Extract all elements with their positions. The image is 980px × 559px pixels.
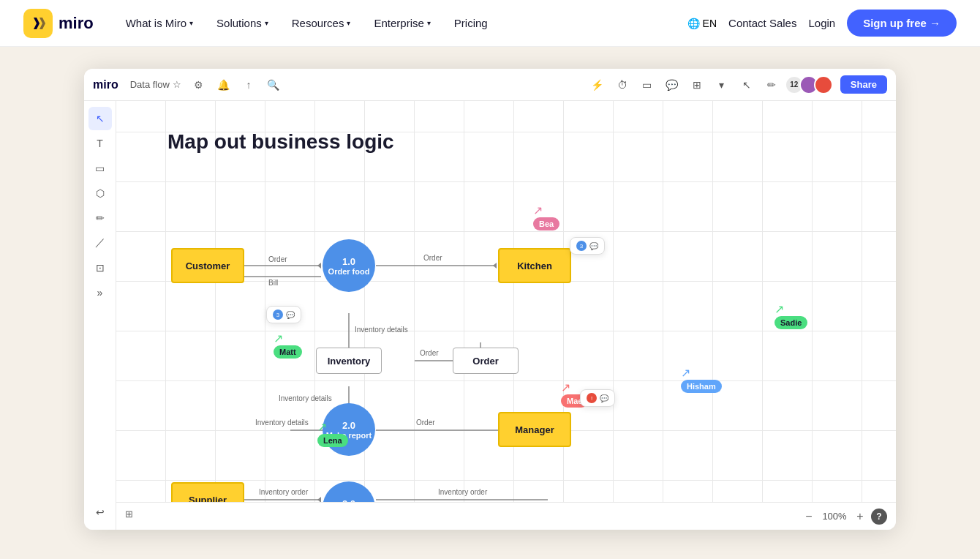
comment-icon[interactable]: 💬	[662, 75, 682, 95]
text-tool[interactable]: T	[88, 132, 112, 155]
diagram-container: Map out business logic Order Bill Order	[160, 116, 862, 511]
globe-icon: 🌐	[687, 18, 700, 29]
zoom-in-button[interactable]: +	[852, 509, 868, 525]
language-selector[interactable]: 🌐 EN	[687, 18, 717, 29]
zoom-level: 100%	[820, 511, 849, 522]
chat-bubble-1: 3 💬	[570, 237, 605, 255]
undo-tool[interactable]: ↩	[88, 500, 112, 524]
order-food-circle[interactable]: 1.0 Order food	[323, 239, 375, 292]
main-area: miro Data flow ☆ ⚙ 🔔 ↑ 🔍 ⚡ ⏱ ▭ 💬 ⊞ ▾ ↖ ✏	[0, 47, 980, 559]
zoom-controls: − 100% + ?	[801, 509, 887, 525]
avatar-2	[814, 75, 833, 94]
line-tool[interactable]: ／	[88, 231, 112, 255]
logo-text: miro	[59, 14, 94, 33]
whiteboard-canvas[interactable]: Map out business logic Order Bill Order	[116, 101, 896, 530]
cursor-lena: ↗ Lena	[317, 420, 327, 434]
present-icon[interactable]: ▭	[637, 75, 657, 95]
whiteboard-frame: miro Data flow ☆ ⚙ 🔔 ↑ 🔍 ⚡ ⏱ ▭ 💬 ⊞ ▾ ↖ ✏	[84, 69, 896, 530]
chevron-down-icon: ▾	[189, 19, 193, 27]
more-tools[interactable]: »	[88, 281, 112, 304]
kitchen-box[interactable]: Kitchen	[498, 248, 571, 283]
svg-text:Order: Order	[268, 255, 287, 263]
logo-icon	[23, 9, 53, 38]
signup-button[interactable]: Sign up free →	[847, 10, 957, 37]
wb-logo: miro	[93, 78, 118, 91]
upload-icon[interactable]: ↑	[240, 76, 257, 94]
svg-text:Bill: Bill	[268, 279, 278, 287]
shape-tool[interactable]: ⬡	[88, 181, 112, 205]
select-tool[interactable]: ↖	[88, 107, 112, 130]
lightning-icon[interactable]: ⚡	[587, 75, 608, 95]
cursor-hisham: ↗ Hisham	[681, 366, 690, 380]
settings-icon[interactable]: ⚙	[190, 76, 208, 94]
svg-text:Inventory details: Inventory details	[279, 394, 332, 402]
collaborator-avatars: 12	[789, 75, 833, 94]
svg-marker-2	[317, 263, 321, 269]
svg-text:Inventory order: Inventory order	[438, 488, 488, 496]
pen-icon[interactable]: ✏	[761, 75, 782, 95]
timer-icon[interactable]: ⏱	[612, 75, 633, 95]
make-report-circle[interactable]: 2.0 Make report	[323, 403, 375, 456]
wb-toolbar-icons: ⚙ 🔔 ↑ 🔍	[190, 76, 282, 94]
svg-text:Order: Order	[423, 254, 442, 262]
svg-text:Order: Order	[420, 349, 439, 357]
svg-marker-7	[493, 263, 497, 269]
svg-text:Inventory details: Inventory details	[255, 419, 309, 427]
svg-text:Inventory details: Inventory details	[355, 326, 408, 334]
share-button[interactable]: Share	[840, 75, 887, 94]
navbar: miro What is Miro ▾ Solutions ▾ Resource…	[0, 0, 980, 47]
svg-text:Order: Order	[416, 419, 435, 427]
sticky-note-tool[interactable]: ▭	[88, 157, 112, 180]
customer-box[interactable]: Customer	[171, 248, 244, 283]
whiteboard-body: ↖ T ▭ ⬡ ✏ ／ ⊡ » ↩ Map out business logic	[84, 101, 896, 530]
panel-toggle-icon[interactable]: ⊞	[125, 509, 141, 525]
cursor-mae: ↗ Mae	[561, 380, 570, 394]
diagram-title: Map out business logic	[167, 130, 394, 154]
nav-what-is-miro[interactable]: What is Miro ▾	[117, 11, 202, 35]
nav-pricing[interactable]: Pricing	[445, 11, 497, 35]
contact-sales-link[interactable]: Contact Sales	[728, 17, 796, 29]
svg-text:Inventory order: Inventory order	[259, 488, 309, 496]
chat-bubble-2: ! 💬	[580, 389, 615, 407]
star-icon[interactable]: ☆	[173, 79, 181, 90]
nav-links: What is Miro ▾ Solutions ▾ Resources ▾ E…	[117, 11, 687, 35]
chevron-down-icon: ▾	[265, 19, 268, 27]
zoom-out-button[interactable]: −	[801, 509, 817, 525]
whiteboard-topbar: miro Data flow ☆ ⚙ 🔔 ↑ 🔍 ⚡ ⏱ ▭ 💬 ⊞ ▾ ↖ ✏	[84, 69, 896, 101]
chevron-down-icon: ▾	[347, 19, 350, 27]
login-link[interactable]: Login	[808, 17, 835, 29]
more-icon[interactable]: ▾	[712, 75, 732, 95]
nav-right: 🌐 EN Contact Sales Login Sign up free →	[687, 10, 957, 37]
pen-tool[interactable]: ✏	[88, 206, 112, 230]
order-box[interactable]: Order	[453, 348, 519, 374]
left-toolbar: ↖ T ▭ ⬡ ✏ ／ ⊡ » ↩	[84, 101, 116, 530]
search-icon[interactable]: 🔍	[265, 76, 282, 94]
diagram-svg: Order Bill Order Inventory details	[160, 116, 862, 511]
wb-filename: Data flow ☆	[130, 79, 181, 90]
bell-icon[interactable]: 🔔	[215, 76, 233, 94]
cursor-matt: ↗ Matt	[274, 331, 283, 345]
whiteboard-bottombar: ⊞ − 100% + ?	[116, 502, 896, 530]
grid-icon[interactable]: ⊞	[687, 75, 707, 95]
cursor-bea: ↗ Bea	[533, 203, 543, 217]
frame-tool[interactable]: ⊡	[88, 256, 112, 280]
manager-box[interactable]: Manager	[498, 412, 571, 447]
chat-bubble-3: 3 💬	[266, 306, 301, 323]
help-button[interactable]: ?	[871, 509, 887, 525]
nav-enterprise[interactable]: Enterprise ▾	[365, 11, 439, 35]
cursor-mode-icon[interactable]: ↖	[736, 75, 757, 95]
inventory-box[interactable]: Inventory	[316, 348, 382, 374]
cursor-sadie: ↗ Sadie	[774, 302, 784, 316]
nav-resources[interactable]: Resources ▾	[283, 11, 360, 35]
wb-right-icons: ⚡ ⏱ ▭ 💬 ⊞ ▾ ↖ ✏ 12 Share	[587, 75, 887, 95]
nav-solutions[interactable]: Solutions ▾	[208, 11, 277, 35]
logo[interactable]: miro	[23, 9, 94, 38]
chevron-down-icon: ▾	[427, 19, 431, 27]
